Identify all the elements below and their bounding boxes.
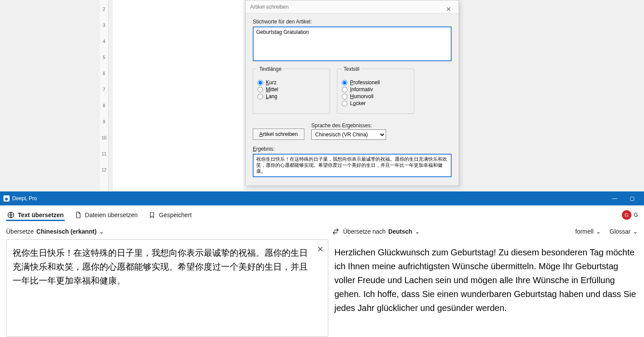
chevron-down-icon: ⌄ — [415, 228, 420, 235]
radio-lang[interactable]: Lang — [258, 93, 325, 99]
glossary-selector[interactable]: Glossar ⌄ — [610, 228, 638, 235]
deepl-titlebar: ◆ DeepL Pro — ▢ — [0, 192, 644, 205]
language-row: Übersetze Chinesisch (erkannt) ⌄ Überset… — [0, 225, 644, 238]
textlength-legend: Textlänge — [258, 66, 283, 72]
file-icon — [74, 211, 82, 219]
chevron-down-icon: ⌄ — [633, 228, 638, 235]
source-language-selector[interactable]: Übersetze Chinesisch (erkannt) ⌄ — [6, 228, 104, 235]
ruler-tick: 5 — [100, 55, 108, 60]
swap-languages-icon[interactable] — [330, 226, 341, 237]
textlength-group: Textlänge Kurz Mittel Lang — [253, 69, 330, 114]
dialog-body: Stichworte für den Artikel: Textlänge Ku… — [246, 13, 459, 185]
result-lang-label: Sprache des Ergebnisses: — [311, 122, 452, 129]
ruler-tick: 12 — [100, 168, 108, 172]
ruler-tick: 8 — [100, 103, 108, 108]
ruler-tick: 3 — [100, 23, 108, 28]
result-label: Ergebnis: — [253, 146, 452, 152]
ruler-tick: 2 — [100, 7, 108, 12]
radio-humorvoll[interactable]: Humorvoll — [342, 93, 410, 99]
close-icon[interactable]: ✕ — [443, 3, 454, 11]
radio-professionell[interactable]: Professionell — [342, 79, 410, 86]
textstil-group: Textstil Professionell Informativ Humorv… — [337, 69, 414, 114]
tab-saved[interactable]: Gespeichert — [147, 209, 192, 221]
deepl-tabs: Text übersetzen Dateien übersetzen Gespe… — [0, 205, 644, 225]
radio-informativ[interactable]: Informativ — [342, 86, 410, 93]
generate-button[interactable]: Artikel schreiben — [253, 129, 304, 140]
writer-background: 23456789101112 Artikel schreiben ✕ Stich… — [0, 0, 644, 191]
target-text: Herzlichen Glückwunsch zum Geburtstag! Z… — [334, 245, 636, 315]
formality-selector[interactable]: formell ⌄ — [575, 228, 601, 235]
deepl-window: ◆ DeepL Pro — ▢ Text übersetzen Dateien … — [0, 191, 644, 337]
radio-kurz[interactable]: Kurz — [258, 79, 325, 86]
keywords-label: Stichworte für den Artikel: — [253, 19, 452, 25]
chevron-down-icon: ⌄ — [99, 228, 104, 235]
ruler-tick: 9 — [100, 119, 108, 124]
ruler-tick: 11 — [100, 152, 108, 156]
source-text-pane[interactable]: ✕ 祝你生日快乐！在这特殊的日子里，我想向你表示最诚挚的祝福。愿你的生日充满快乐… — [6, 239, 328, 337]
globe-icon — [7, 211, 15, 219]
chevron-down-icon: ⌄ — [596, 228, 601, 235]
clear-source-icon[interactable]: ✕ — [317, 243, 324, 256]
textstil-legend: Textstil — [342, 66, 361, 72]
deepl-logo-icon: ◆ — [3, 195, 10, 202]
dialog-titlebar: Artikel schreiben ✕ — [246, 0, 459, 13]
translation-panes: ✕ 祝你生日快乐！在这特殊的日子里，我想向你表示最诚挚的祝福。愿你的生日充满快乐… — [6, 239, 644, 337]
user-avatar[interactable]: G — [622, 210, 631, 220]
maximize-icon[interactable]: ▢ — [623, 192, 641, 205]
radio-mittel[interactable]: Mittel — [258, 86, 325, 93]
radio-locker[interactable]: Locker — [342, 100, 410, 106]
source-text[interactable]: 祝你生日快乐！在这特殊的日子里，我想向你表示最诚挚的祝福。愿你的生日充满快乐和欢… — [13, 246, 312, 287]
document-page[interactable] — [113, 0, 243, 191]
result-output[interactable] — [253, 154, 452, 177]
article-dialog: Artikel schreiben ✕ Stichworte für den A… — [245, 0, 459, 186]
ruler-tick: 6 — [100, 71, 108, 76]
page-margin-right — [544, 0, 644, 191]
dialog-title-text: Artikel schreiben — [250, 0, 289, 13]
vertical-ruler: 23456789101112 — [100, 0, 109, 191]
user-trail: G — [634, 212, 638, 218]
minimize-icon[interactable]: — — [606, 192, 623, 205]
ruler-tick: 7 — [100, 87, 108, 92]
target-language-selector[interactable]: Übersetze nach Deutsch ⌄ — [343, 228, 420, 235]
bookmark-icon — [148, 211, 156, 219]
ruler-tick: 10 — [100, 135, 108, 140]
target-text-pane: Herzlichen Glückwunsch zum Geburtstag! Z… — [333, 239, 644, 337]
tab-translate-files[interactable]: Dateien übersetzen — [73, 209, 139, 221]
ruler-tick: 4 — [100, 39, 108, 44]
result-lang-select[interactable]: Chinesisch (VR China) — [311, 129, 386, 140]
deepl-title-text: DeepL Pro — [12, 195, 37, 202]
tab-translate-text[interactable]: Text übersetzen — [6, 209, 65, 221]
keywords-input[interactable] — [253, 26, 452, 61]
